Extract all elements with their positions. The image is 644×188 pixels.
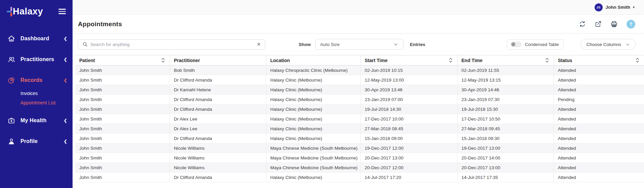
table-row[interactable]: John SmithNicole WilliamsMaya Chinese Me…	[75, 143, 644, 153]
hamburger-menu-icon[interactable]	[58, 7, 66, 15]
home-icon	[7, 35, 16, 43]
cell-practitioner: Dr Clifford Amanda	[170, 173, 266, 182]
user-menu[interactable]: John Smith	[606, 5, 631, 10]
cell-status: Attended	[554, 163, 644, 173]
cell-end-time: 17-Dec-2017 10:50	[457, 114, 554, 124]
refresh-button[interactable]	[579, 20, 586, 28]
cell-practitioner: Dr Clifford Amanda	[170, 75, 266, 85]
cell-patient: John Smith	[75, 95, 170, 104]
column-header-start-time[interactable]: Start Time	[360, 55, 457, 65]
sidebar-item-dashboard[interactable]: Dashboard ❮	[0, 32, 73, 46]
sidebar-item-label: Practitioners	[20, 56, 64, 62]
sidebar-subitem-invoices[interactable]: Invoices	[20, 89, 73, 98]
cell-location: Halaxy Clinic (Melbourne)	[266, 95, 360, 104]
medical-kit-icon	[7, 116, 16, 125]
table-header-row: PatientPractitionerLocationStart TimeEnd…	[75, 55, 644, 65]
toggle-track[interactable]	[511, 42, 521, 47]
sidebar-subitem-appointment-list[interactable]: Appointment List	[20, 98, 73, 107]
cell-patient: John Smith	[75, 153, 170, 163]
cell-patient: John Smith	[75, 75, 170, 85]
sidebar-item-profile[interactable]: Profile ❮	[0, 134, 73, 148]
cell-status: Pending	[554, 95, 644, 104]
print-icon	[610, 20, 618, 28]
cell-start-time: 19-Jul-2018 14:30	[360, 104, 457, 114]
avatar[interactable]: JS	[595, 3, 603, 11]
cell-end-time: 02-Jun-2019 11:55	[457, 65, 554, 75]
page-size-select[interactable]: Auto Size	[315, 39, 403, 50]
export-icon	[595, 20, 602, 28]
clear-search-icon[interactable]: ✕	[257, 42, 261, 47]
brand-name: Halaxy	[13, 6, 43, 17]
chevron-left-icon: ❮	[64, 57, 67, 62]
halaxy-logo[interactable]: Halaxy	[7, 5, 43, 17]
sidebar-item-label: My Health	[20, 117, 64, 124]
cell-start-time: 19-Dec-2017 12:00	[360, 143, 457, 153]
table-row[interactable]: John SmithDr Alex LeeHalaxy Clinic (Melb…	[75, 114, 644, 124]
cell-end-time: 19-Dec-2017 13:00	[457, 143, 554, 153]
sidebar-item-records[interactable]: Records ❮	[0, 73, 73, 87]
cell-location: Halaxy Clinic (Melbourne)	[266, 173, 360, 182]
table-row[interactable]: John SmithDr Clifford AmandaHalaxy Clini…	[75, 173, 644, 182]
table-row[interactable]: John SmithDr Clifford AmandaHalaxy Clini…	[75, 95, 644, 104]
cell-status: Attended	[554, 75, 644, 85]
table-row[interactable]: John SmithDr Clifford AmandaHalaxy Clini…	[75, 134, 644, 143]
cell-start-time: 20-Dec-2017 13:00	[360, 153, 457, 163]
table-row[interactable]: John SmithDr Clifford AmandaHalaxy Clini…	[75, 104, 644, 114]
cell-location: Halaxy Clinic (Melbourne)	[266, 134, 360, 143]
sort-icon	[161, 58, 165, 63]
cell-status: Attended	[554, 65, 644, 75]
search-input[interactable]	[90, 42, 257, 47]
condensed-table-toggle[interactable]: Condensed Table	[507, 39, 564, 50]
cell-start-time: 27-Mar-2018 08:45	[360, 124, 457, 134]
column-header-location[interactable]: Location	[266, 55, 360, 65]
table-row[interactable]: John SmithDr Kamahl HeleneHalaxy Clinic …	[75, 85, 644, 95]
appointments-table: PatientPractitionerLocationStart TimeEnd…	[75, 55, 644, 182]
cell-start-time: 12-May-2019 13:00	[360, 75, 457, 85]
cell-start-time: 15-Jan-2018 09:00	[360, 134, 457, 143]
search-icon	[82, 42, 88, 47]
page-title: Appointments	[78, 20, 122, 28]
cell-start-time: 17-Dec-2017 10:00	[360, 114, 457, 124]
chevron-left-icon: ❮	[64, 78, 67, 83]
cell-start-time: 02-Jun-2019 10:15	[360, 65, 457, 75]
table-row[interactable]: John SmithBob SmithHalaxy Chiropractic C…	[75, 65, 644, 75]
column-header-patient[interactable]: Patient	[75, 55, 170, 65]
cell-patient: John Smith	[75, 85, 170, 95]
toggle-knob	[511, 42, 515, 46]
cell-practitioner: Nicole Williams	[170, 153, 266, 163]
caret-down-icon[interactable]: ▼	[632, 6, 635, 9]
pie-chart-icon	[7, 76, 16, 84]
column-header-end-time[interactable]: End Time	[457, 55, 554, 65]
cell-end-time: 19-Jul-2018 15:30	[457, 104, 554, 114]
cell-practitioner: Dr Alex Lee	[170, 124, 266, 134]
column-header-practitioner[interactable]: Practitioner	[170, 55, 266, 65]
table-row[interactable]: John SmithNicole WilliamsMaya Chinese Me…	[75, 153, 644, 163]
choose-columns-button[interactable]: Choose Columns	[581, 39, 636, 50]
topbar: JS John Smith ▼	[73, 0, 644, 15]
page-header: Appointments ?	[73, 15, 644, 34]
refresh-icon	[579, 20, 586, 28]
column-header-label: Location	[270, 58, 290, 63]
table-row[interactable]: John SmithDr Clifford AmandaHalaxy Clini…	[75, 75, 644, 85]
table-row[interactable]: John SmithNicole WilliamsMaya Chinese Me…	[75, 163, 644, 173]
people-icon	[7, 55, 16, 63]
cell-practitioner: Dr Alex Lee	[170, 114, 266, 124]
sidebar-item-label: Records	[20, 77, 64, 83]
sidebar-item-practitioners[interactable]: Practitioners ❮	[0, 52, 73, 66]
halaxy-plus-icon	[7, 5, 13, 17]
print-button[interactable]	[610, 20, 618, 28]
sidebar-item-label: Dashboard	[20, 36, 64, 42]
cell-status: Attended	[554, 104, 644, 114]
cell-start-time: 20-Dec-2017 12:00	[360, 163, 457, 173]
help-button[interactable]: ?	[627, 20, 635, 29]
column-header-status[interactable]: Status	[554, 55, 644, 65]
cell-patient: John Smith	[75, 173, 170, 182]
cell-location: Maya Chinese Medicine (South Melbourne)	[266, 163, 360, 173]
sort-icon	[636, 58, 639, 63]
export-button[interactable]	[595, 20, 602, 28]
cell-end-time: 27-Mar-2018 09:45	[457, 124, 554, 134]
sidebar-item-my-health[interactable]: My Health ❮	[0, 113, 73, 128]
table-row[interactable]: John SmithDr Alex LeeHalaxy Clinic (Melb…	[75, 124, 644, 134]
choose-columns-label: Choose Columns	[586, 42, 621, 47]
show-label: Show	[299, 42, 311, 47]
